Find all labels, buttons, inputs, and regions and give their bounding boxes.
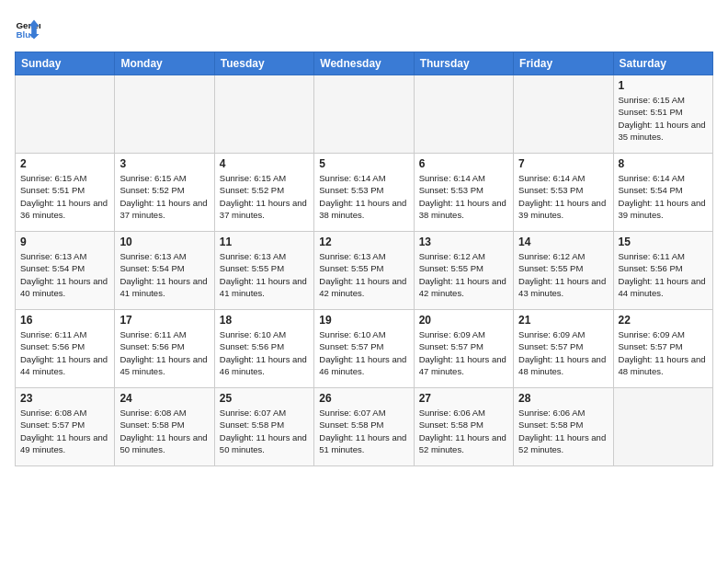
day-number: 1: [619, 79, 708, 92]
day-cell: 15Sunrise: 6:11 AMSunset: 5:56 PMDayligh…: [613, 232, 712, 310]
day-cell: 16Sunrise: 6:11 AMSunset: 5:56 PMDayligh…: [16, 310, 115, 388]
weekday-header-monday: Monday: [115, 52, 214, 75]
day-cell: [115, 75, 214, 154]
day-cell: [214, 75, 313, 154]
day-cell: 21Sunrise: 6:09 AMSunset: 5:57 PMDayligh…: [514, 310, 613, 388]
day-cell: [613, 388, 712, 466]
day-info: Sunrise: 6:10 AMSunset: 5:57 PMDaylight:…: [319, 329, 406, 376]
logo-icon: General Blue: [15, 15, 40, 40]
day-number: 10: [119, 236, 209, 248]
day-cell: 23Sunrise: 6:08 AMSunset: 5:57 PMDayligh…: [16, 388, 115, 466]
week-row-2: 9Sunrise: 6:13 AMSunset: 5:54 PMDaylight…: [16, 232, 713, 310]
day-info: Sunrise: 6:13 AMSunset: 5:54 PMDaylight:…: [20, 251, 108, 298]
day-cell: 3Sunrise: 6:15 AMSunset: 5:52 PMDaylight…: [115, 154, 214, 232]
day-cell: 2Sunrise: 6:15 AMSunset: 5:51 PMDaylight…: [16, 154, 115, 232]
day-cell: 18Sunrise: 6:10 AMSunset: 5:56 PMDayligh…: [214, 310, 313, 388]
day-info: Sunrise: 6:15 AMSunset: 5:51 PMDaylight:…: [619, 95, 706, 142]
day-cell: 7Sunrise: 6:14 AMSunset: 5:53 PMDaylight…: [514, 154, 613, 232]
day-info: Sunrise: 6:09 AMSunset: 5:57 PMDaylight:…: [419, 329, 506, 376]
day-number: 9: [20, 236, 109, 248]
day-info: Sunrise: 6:13 AMSunset: 5:55 PMDaylight:…: [319, 251, 406, 298]
day-cell: 27Sunrise: 6:06 AMSunset: 5:58 PMDayligh…: [414, 388, 513, 466]
weekday-header-thursday: Thursday: [414, 52, 513, 75]
day-info: Sunrise: 6:09 AMSunset: 5:57 PMDaylight:…: [619, 329, 706, 376]
day-cell: [16, 75, 115, 154]
day-info: Sunrise: 6:07 AMSunset: 5:58 PMDaylight:…: [319, 408, 406, 454]
day-cell: 8Sunrise: 6:14 AMSunset: 5:54 PMDaylight…: [613, 154, 712, 232]
day-number: 26: [319, 392, 408, 405]
day-info: Sunrise: 6:13 AMSunset: 5:55 PMDaylight:…: [220, 251, 307, 298]
day-info: Sunrise: 6:14 AMSunset: 5:54 PMDaylight:…: [619, 173, 706, 220]
day-number: 23: [20, 392, 109, 405]
day-number: 15: [619, 236, 708, 248]
day-info: Sunrise: 6:13 AMSunset: 5:54 PMDaylight:…: [119, 251, 207, 298]
day-number: 12: [319, 236, 408, 248]
day-info: Sunrise: 6:06 AMSunset: 5:58 PMDaylight:…: [518, 408, 606, 454]
week-row-1: 2Sunrise: 6:15 AMSunset: 5:51 PMDaylight…: [16, 154, 713, 232]
day-cell: 4Sunrise: 6:15 AMSunset: 5:52 PMDaylight…: [214, 154, 313, 232]
day-number: 5: [319, 157, 408, 170]
day-cell: 26Sunrise: 6:07 AMSunset: 5:58 PMDayligh…: [314, 388, 414, 466]
day-cell: 19Sunrise: 6:10 AMSunset: 5:57 PMDayligh…: [314, 310, 414, 388]
day-number: 27: [419, 392, 508, 405]
day-cell: 13Sunrise: 6:12 AMSunset: 5:55 PMDayligh…: [414, 232, 513, 310]
day-cell: 9Sunrise: 6:13 AMSunset: 5:54 PMDaylight…: [16, 232, 115, 310]
day-cell: 28Sunrise: 6:06 AMSunset: 5:58 PMDayligh…: [514, 388, 613, 466]
day-info: Sunrise: 6:14 AMSunset: 5:53 PMDaylight:…: [319, 173, 406, 220]
day-cell: 14Sunrise: 6:12 AMSunset: 5:55 PMDayligh…: [514, 232, 613, 310]
day-number: 17: [119, 314, 209, 327]
day-cell: [514, 75, 613, 154]
day-cell: 20Sunrise: 6:09 AMSunset: 5:57 PMDayligh…: [414, 310, 513, 388]
day-cell: [414, 75, 513, 154]
day-number: 28: [518, 392, 608, 405]
day-number: 18: [220, 314, 309, 327]
weekday-header-sunday: Sunday: [16, 52, 115, 75]
day-info: Sunrise: 6:11 AMSunset: 5:56 PMDaylight:…: [20, 329, 108, 376]
day-info: Sunrise: 6:06 AMSunset: 5:58 PMDaylight:…: [419, 408, 506, 454]
day-info: Sunrise: 6:07 AMSunset: 5:58 PMDaylight:…: [220, 408, 307, 454]
day-number: 4: [220, 157, 309, 170]
day-info: Sunrise: 6:15 AMSunset: 5:51 PMDaylight:…: [20, 173, 108, 220]
day-info: Sunrise: 6:08 AMSunset: 5:57 PMDaylight:…: [20, 408, 108, 454]
day-info: Sunrise: 6:15 AMSunset: 5:52 PMDaylight:…: [119, 173, 207, 220]
weekday-header-tuesday: Tuesday: [214, 52, 313, 75]
day-cell: 5Sunrise: 6:14 AMSunset: 5:53 PMDaylight…: [314, 154, 414, 232]
day-cell: 1Sunrise: 6:15 AMSunset: 5:51 PMDaylight…: [613, 75, 712, 154]
day-number: 16: [20, 314, 109, 327]
day-number: 3: [119, 157, 209, 170]
day-cell: 6Sunrise: 6:14 AMSunset: 5:53 PMDaylight…: [414, 154, 513, 232]
weekday-header-row: SundayMondayTuesdayWednesdayThursdayFrid…: [16, 52, 713, 75]
day-cell: [314, 75, 414, 154]
day-info: Sunrise: 6:10 AMSunset: 5:56 PMDaylight:…: [220, 329, 307, 376]
day-number: 13: [419, 236, 508, 248]
day-info: Sunrise: 6:11 AMSunset: 5:56 PMDaylight:…: [619, 251, 706, 298]
calendar-table: SundayMondayTuesdayWednesdayThursdayFrid…: [15, 52, 713, 466]
week-row-3: 16Sunrise: 6:11 AMSunset: 5:56 PMDayligh…: [16, 310, 713, 388]
weekday-header-saturday: Saturday: [613, 52, 712, 75]
day-info: Sunrise: 6:15 AMSunset: 5:52 PMDaylight:…: [220, 173, 307, 220]
day-cell: 10Sunrise: 6:13 AMSunset: 5:54 PMDayligh…: [115, 232, 214, 310]
week-row-4: 23Sunrise: 6:08 AMSunset: 5:57 PMDayligh…: [16, 388, 713, 466]
day-info: Sunrise: 6:11 AMSunset: 5:56 PMDaylight:…: [119, 329, 207, 376]
weekday-header-friday: Friday: [514, 52, 613, 75]
day-cell: 17Sunrise: 6:11 AMSunset: 5:56 PMDayligh…: [115, 310, 214, 388]
day-number: 7: [518, 157, 608, 170]
weekday-header-wednesday: Wednesday: [314, 52, 414, 75]
day-cell: 12Sunrise: 6:13 AMSunset: 5:55 PMDayligh…: [314, 232, 414, 310]
page-header: General Blue: [15, 15, 713, 40]
day-cell: 25Sunrise: 6:07 AMSunset: 5:58 PMDayligh…: [214, 388, 313, 466]
day-number: 8: [619, 157, 708, 170]
day-cell: 22Sunrise: 6:09 AMSunset: 5:57 PMDayligh…: [613, 310, 712, 388]
day-info: Sunrise: 6:14 AMSunset: 5:53 PMDaylight:…: [518, 173, 606, 220]
day-number: 6: [419, 157, 508, 170]
day-info: Sunrise: 6:09 AMSunset: 5:57 PMDaylight:…: [518, 329, 606, 376]
week-row-0: 1Sunrise: 6:15 AMSunset: 5:51 PMDaylight…: [16, 75, 713, 154]
day-number: 14: [518, 236, 608, 248]
day-cell: 24Sunrise: 6:08 AMSunset: 5:58 PMDayligh…: [115, 388, 214, 466]
day-number: 24: [119, 392, 209, 405]
logo: General Blue: [15, 15, 40, 40]
day-info: Sunrise: 6:08 AMSunset: 5:58 PMDaylight:…: [119, 408, 207, 454]
day-number: 21: [518, 314, 608, 327]
day-number: 19: [319, 314, 408, 327]
day-info: Sunrise: 6:14 AMSunset: 5:53 PMDaylight:…: [419, 173, 506, 220]
